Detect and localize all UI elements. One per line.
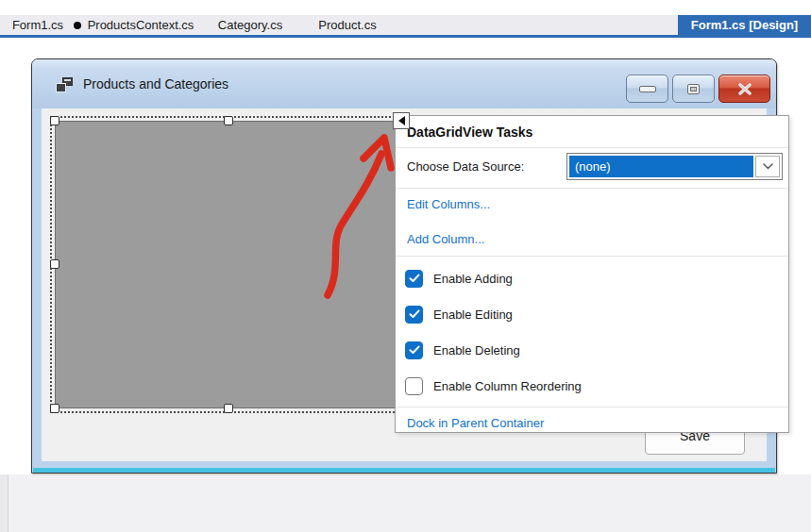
dock-in-parent-container-link[interactable]: Dock in Parent Container — [407, 416, 544, 433]
form-icon — [57, 77, 73, 91]
checkbox-label: Enable Editing — [433, 308, 513, 322]
check-icon — [409, 274, 420, 283]
maximize-button[interactable] — [672, 75, 715, 103]
resize-handle-bottom-middle[interactable] — [224, 404, 233, 413]
combobox-dropdown-button[interactable] — [755, 156, 780, 177]
designer-background — [0, 474, 811, 532]
choose-data-source-label: Choose Data Source: — [407, 159, 524, 174]
datagridview-tasks-panel: DataGridView Tasks Choose Data Source: (… — [395, 115, 789, 433]
resize-handle-middle-left[interactable] — [50, 259, 59, 269]
tab-product-cs[interactable]: Product.cs — [304, 15, 391, 35]
panel-title: DataGridView Tasks — [396, 116, 788, 147]
resize-handle-top-left[interactable] — [50, 116, 59, 125]
designer-left-gutter — [0, 474, 8, 532]
checkbox-label: Enable Column Reordering — [433, 379, 582, 393]
form-title: Products and Categories — [83, 76, 228, 91]
close-icon — [737, 83, 752, 95]
enable-deleting-row[interactable]: Enable Deleting — [405, 340, 788, 360]
tab-label: Form1.cs — [12, 18, 63, 32]
close-button[interactable] — [718, 75, 770, 103]
divider — [396, 147, 788, 148]
active-document-accent-bar — [0, 35, 811, 38]
tab-category-cs[interactable]: Category.cs — [203, 15, 297, 35]
edit-columns-link[interactable]: Edit Columns... — [407, 197, 490, 214]
enable-editing-checkbox[interactable] — [405, 306, 423, 324]
vs-designer-screen: Form1.cs ProductsContext.cs Category.cs … — [0, 0, 811, 532]
minimize-button[interactable] — [626, 75, 668, 103]
datagridview-control[interactable] — [55, 121, 401, 408]
modified-dot-icon — [74, 22, 81, 29]
divider — [396, 256, 788, 257]
document-tab-bar: Form1.cs ProductsContext.cs Category.cs … — [0, 15, 811, 35]
chevron-down-icon — [763, 163, 773, 170]
check-icon — [409, 309, 420, 319]
add-column-link[interactable]: Add Column... — [407, 232, 484, 249]
smart-tag-button[interactable] — [393, 112, 410, 129]
tab-form1-design[interactable]: Form1.cs [Design] — [678, 15, 811, 35]
enable-adding-checkbox[interactable] — [405, 270, 423, 288]
tab-label: Category.cs — [218, 18, 282, 32]
window-control-buttons — [626, 75, 770, 103]
checkbox-label: Enable Deleting — [433, 343, 520, 357]
check-icon — [409, 345, 420, 355]
minimize-icon — [639, 86, 656, 92]
tab-productscontext-cs[interactable]: ProductsContext.cs — [64, 15, 203, 35]
tab-label: Form1.cs [Design] — [691, 18, 798, 32]
data-source-combobox[interactable]: (none) — [566, 153, 783, 180]
enable-column-reordering-row[interactable]: Enable Column Reordering — [405, 375, 788, 396]
tab-label: Product.cs — [318, 18, 376, 32]
form-bottom-accent — [33, 468, 775, 473]
resize-handle-bottom-left[interactable] — [50, 404, 59, 413]
enable-column-reordering-checkbox[interactable] — [405, 377, 423, 395]
tab-label: ProductsContext.cs — [88, 18, 194, 32]
divider — [396, 407, 788, 407]
data-source-selected-value: (none) — [569, 156, 753, 177]
smart-tag-triangle-icon — [398, 116, 405, 125]
enable-deleting-checkbox[interactable] — [405, 341, 423, 359]
maximize-icon — [687, 84, 700, 94]
enable-editing-row[interactable]: Enable Editing — [405, 304, 788, 324]
resize-handle-top-middle[interactable] — [224, 116, 233, 125]
enable-adding-row[interactable]: Enable Adding — [405, 268, 788, 289]
divider — [396, 188, 788, 189]
checkbox-label: Enable Adding — [433, 272, 513, 286]
